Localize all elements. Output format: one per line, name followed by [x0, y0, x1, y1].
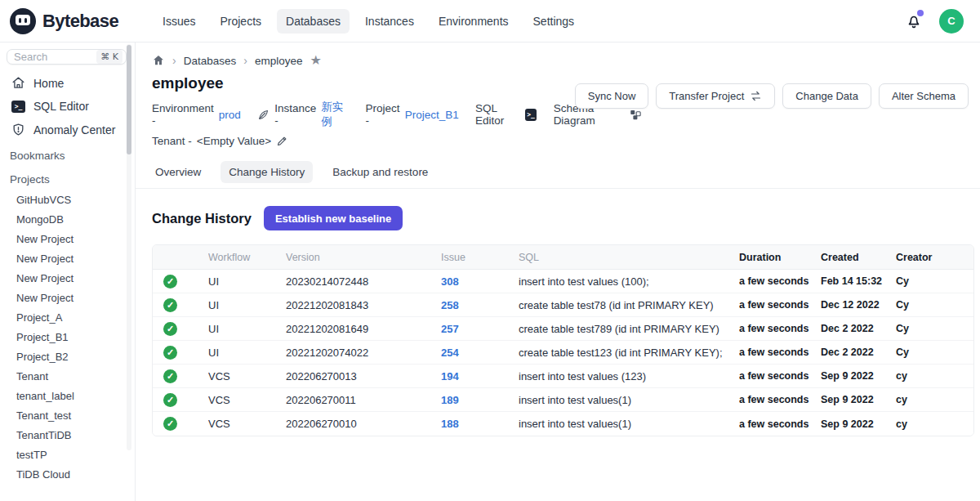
table-row[interactable]: ✓ UI 20221202081649 257 create table tes…: [153, 317, 973, 341]
tab-change-history[interactable]: Change History: [220, 161, 313, 183]
sidebar-project-project-a[interactable]: Project_A: [16, 308, 135, 328]
sidebar-project-mongodb[interactable]: MongoDB: [16, 210, 135, 230]
home-icon: [11, 76, 25, 90]
tenant-label: Tenant -: [152, 135, 192, 147]
instance-link[interactable]: 新实例: [321, 100, 349, 129]
nav-item-environments[interactable]: Environments: [430, 9, 518, 34]
shield-icon: [11, 123, 25, 136]
sidebar-project-tidb-cloud[interactable]: TiDB Cloud: [16, 465, 135, 485]
success-check-icon: ✓: [163, 275, 177, 289]
project-link[interactable]: Project_B1: [405, 109, 459, 121]
cell-duration: a few seconds: [739, 275, 821, 287]
nav-item-instances[interactable]: Instances: [356, 9, 423, 34]
table-row[interactable]: ✓ UI 20221202081843 258 create table tes…: [153, 293, 973, 317]
cell-duration: a few seconds: [739, 370, 821, 382]
search-box[interactable]: ⌘ K: [7, 49, 127, 65]
sidebar-project-new-project-1[interactable]: New Project: [16, 230, 135, 249]
cell-sql: insert into test values(1): [519, 394, 739, 406]
edit-pencil-icon[interactable]: [276, 135, 288, 147]
success-check-icon: ✓: [163, 298, 177, 312]
search-input[interactable]: [14, 51, 82, 63]
breadcrumb-employee[interactable]: employee: [255, 55, 303, 67]
table-row[interactable]: ✓ VCS 202206270010 188 insert into test …: [153, 412, 973, 436]
sidebar-project-new-project-4[interactable]: New Project: [16, 289, 135, 308]
sidebar-item-label: Anomaly Center: [33, 123, 115, 136]
cell-created: Sep 9 2022: [821, 394, 896, 405]
transfer-project-button[interactable]: Transfer Project: [656, 83, 775, 109]
sidebar-project-testtp[interactable]: testTP: [16, 445, 135, 465]
sync-now-button[interactable]: Sync Now: [575, 83, 649, 109]
table-row[interactable]: ✓ VCS 202206270013 194 insert into test …: [153, 365, 973, 388]
cell-workflow: UI: [208, 299, 286, 311]
tab-overview[interactable]: Overview: [147, 161, 209, 183]
sidebar-project-tenant-label[interactable]: tenant_label: [16, 387, 135, 406]
tab-bar: Overview Change History Backup and resto…: [136, 153, 980, 189]
cell-workflow: VCS: [208, 418, 286, 430]
breadcrumb-home-icon[interactable]: [152, 54, 165, 67]
issue-link[interactable]: 257: [441, 323, 459, 335]
sidebar-project-project-b1[interactable]: Project_B1: [16, 328, 135, 347]
col-version: Version: [286, 252, 441, 263]
sidebar-scrollbar-thumb[interactable]: [127, 45, 131, 154]
sidebar-project-project-b2[interactable]: Project_B2: [16, 347, 135, 367]
chevron-right-icon: ›: [172, 54, 176, 67]
cell-version: 20221202074022: [286, 347, 441, 359]
sidebar-project-githubvcs[interactable]: GitHubVCS: [16, 190, 135, 210]
sidebar-project-tenant[interactable]: Tenant: [16, 367, 135, 387]
sidebar-section-bookmarks[interactable]: Bookmarks: [0, 141, 135, 165]
environment-link[interactable]: prod: [219, 109, 241, 121]
cell-workflow: UI: [208, 323, 286, 335]
table-row[interactable]: ✓ UI 20221202074022 254 create table tes…: [153, 341, 973, 365]
cell-version: 20230214072448: [286, 275, 441, 288]
alter-schema-button[interactable]: Alter Schema: [879, 83, 969, 109]
sidebar-section-projects[interactable]: Projects: [0, 165, 135, 189]
schema-diagram-icon[interactable]: [630, 109, 642, 121]
table-row[interactable]: ✓ UI 20230214072448 308 insert into test…: [153, 270, 973, 293]
sidebar-project-tenant-test[interactable]: Tenant_test: [16, 406, 135, 426]
notification-bell-icon[interactable]: [905, 12, 923, 30]
cell-created: Dec 12 2022: [821, 299, 896, 311]
success-check-icon: ✓: [163, 322, 177, 336]
issue-link[interactable]: 188: [441, 418, 459, 430]
sidebar-item-home[interactable]: Home: [0, 71, 135, 95]
sidebar-project-tenanttidb[interactable]: TenantTiDB: [16, 426, 135, 445]
cell-creator: Cy: [896, 275, 973, 287]
bookmark-star-icon[interactable]: ★: [310, 54, 321, 67]
cell-created: Sep 9 2022: [821, 418, 896, 430]
sidebar-item-sql-editor[interactable]: >_ SQL Editor: [0, 95, 135, 118]
col-creator: Creator: [896, 252, 973, 263]
tab-backup-restore[interactable]: Backup and restore: [324, 161, 436, 183]
sql-editor-icon[interactable]: >_: [525, 109, 537, 121]
user-avatar[interactable]: C: [939, 9, 964, 34]
nav-item-databases[interactable]: Databases: [277, 9, 350, 34]
issue-link[interactable]: 258: [441, 299, 459, 311]
nav-item-settings[interactable]: Settings: [524, 9, 584, 34]
nav-item-projects[interactable]: Projects: [211, 9, 270, 34]
cell-created: Dec 2 2022: [821, 323, 896, 334]
section-title: Change History: [152, 211, 252, 226]
button-label: Alter Schema: [892, 90, 956, 102]
issue-link[interactable]: 194: [441, 370, 459, 382]
cell-duration: a few seconds: [739, 418, 821, 430]
cell-creator: Cy: [896, 347, 973, 358]
brand-name: Bytebase: [42, 11, 118, 32]
sidebar-project-new-project-3[interactable]: New Project: [16, 269, 135, 289]
success-check-icon: ✓: [163, 417, 177, 431]
issue-link[interactable]: 189: [441, 394, 459, 406]
cell-sql: create table test123 (id int PRIMARY KEY…: [519, 347, 739, 359]
cell-creator: cy: [896, 370, 973, 382]
table-header: Workflow Version Issue SQL Duration Crea…: [153, 245, 973, 270]
change-data-button[interactable]: Change Data: [782, 83, 871, 109]
sidebar-project-new-project-2[interactable]: New Project: [16, 249, 135, 269]
breadcrumb-databases[interactable]: Databases: [184, 55, 237, 67]
establish-baseline-button[interactable]: Establish new baseline: [264, 206, 403, 230]
table-row[interactable]: ✓ VCS 202206270011 189 insert into test …: [153, 388, 973, 412]
sidebar-item-anomaly-center[interactable]: Anomaly Center: [0, 118, 135, 141]
sidebar-item-archive[interactable]: Archive: [0, 493, 135, 501]
bytebase-logo[interactable]: Bytebase: [10, 8, 147, 34]
issue-link[interactable]: 308: [441, 275, 459, 288]
breadcrumb: › Databases › employee ★: [136, 42, 980, 67]
success-check-icon: ✓: [163, 369, 177, 383]
issue-link[interactable]: 254: [441, 347, 459, 359]
nav-item-issues[interactable]: Issues: [154, 9, 204, 34]
